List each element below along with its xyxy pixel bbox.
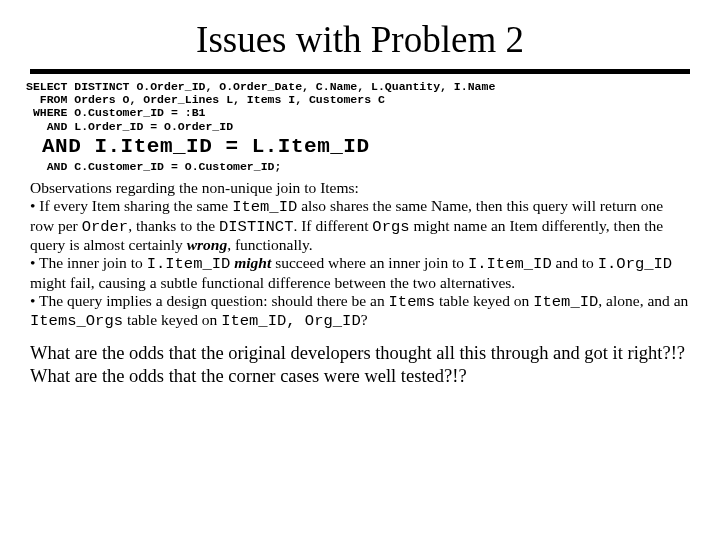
obs-might: might	[234, 254, 271, 271]
obs-text: . If different	[293, 217, 372, 234]
obs-text: table keyed on	[123, 311, 221, 328]
obs-text: table keyed on	[435, 292, 533, 309]
code-iitemid: I.Item_ID	[147, 255, 231, 273]
sql-line: SELECT DISTINCT O.Order_ID, O.Order_Date…	[26, 80, 495, 93]
sql-block-tail: AND C.Customer_ID = O.Customer_ID;	[26, 160, 690, 173]
observations: Observations regarding the non-unique jo…	[30, 179, 690, 330]
divider	[30, 69, 690, 74]
obs-wrong: wrong	[187, 236, 228, 253]
obs-text: , thanks to the	[128, 217, 219, 234]
obs-text: and to	[552, 254, 598, 271]
sql-line: AND C.Customer_ID = O.Customer_ID;	[26, 160, 281, 173]
question-block: What are the odds that the original deve…	[30, 342, 690, 387]
obs-text: , functionally.	[227, 236, 313, 253]
code-orgs: Orgs	[372, 218, 409, 236]
code-item-id: Item_ID	[533, 293, 598, 311]
obs-text: ?	[361, 311, 368, 328]
code-order: Order	[82, 218, 129, 236]
question-line: What are the odds that the corner cases …	[30, 366, 467, 386]
page-title: Issues with Problem 2	[30, 18, 690, 61]
code-item-id: Item_ID	[232, 198, 297, 216]
sql-line: AND L.Order_ID = O.Order_ID	[26, 120, 233, 133]
obs-text: succeed where an inner join to	[271, 254, 468, 271]
sql-emphasis-line: AND I.Item_ID = L.Item_ID	[42, 135, 690, 158]
code-items-orgs: Items_Orgs	[30, 312, 123, 330]
slide: Issues with Problem 2 SELECT DISTINCT O.…	[0, 0, 720, 387]
code-iitemid: I.Item_ID	[468, 255, 552, 273]
code-iorgid: I.Org_ID	[598, 255, 672, 273]
obs-text: • The query implies a design question: s…	[30, 292, 389, 309]
obs-text: • If every Item sharing the same	[30, 197, 232, 214]
code-distinct: DISTINCT	[219, 218, 293, 236]
sql-line: FROM Orders O, Order_Lines L, Items I, C…	[26, 93, 385, 106]
obs-heading: Observations regarding the non-unique jo…	[30, 179, 359, 196]
question-line: What are the odds that the original deve…	[30, 343, 685, 363]
sql-line: WHERE O.Customer_ID = :B1	[26, 106, 205, 119]
obs-text: • The inner join to	[30, 254, 147, 271]
obs-text: , alone, and an	[598, 292, 688, 309]
code-pair: Item_ID, Org_ID	[221, 312, 361, 330]
sql-block: SELECT DISTINCT O.Order_ID, O.Order_Date…	[26, 80, 690, 133]
obs-text: might fail, causing a subtle functional …	[30, 274, 515, 291]
code-items: Items	[389, 293, 436, 311]
